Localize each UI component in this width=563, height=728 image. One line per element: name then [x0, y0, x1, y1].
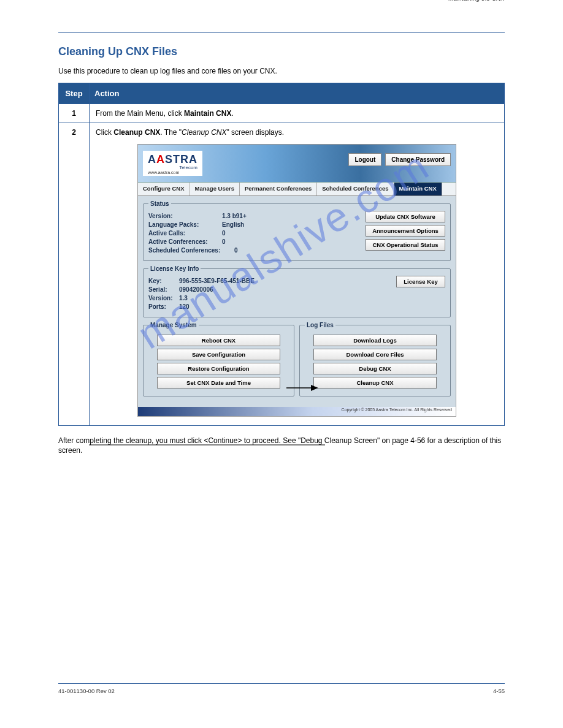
scheduled-conferences-label: Scheduled Conferences:	[148, 247, 234, 254]
step-number: 2	[59, 123, 90, 425]
license-version-label: Version:	[148, 295, 179, 301]
ss-footer: Copyright © 2005 Aastra Telecom Inc. All…	[138, 407, 456, 416]
version-value: 1.3 b91+	[222, 213, 247, 219]
serial-value: 0904200006	[179, 286, 213, 293]
active-conferences-label: Active Conferences:	[148, 238, 222, 245]
manage-system-legend: Manage System	[148, 322, 199, 328]
tab-permanent-conferences[interactable]: Permanent Conferences	[240, 183, 317, 195]
step-number: 1	[59, 104, 90, 123]
col-action: Action	[90, 83, 505, 104]
manage-system-fieldset: Manage System Reboot CNX Save Configurat…	[143, 322, 294, 396]
change-password-button[interactable]: Change Password	[385, 153, 451, 166]
intro-text: Use this procedure to clean up log files…	[58, 67, 505, 77]
section-title: Cleaning Up CNX Files	[58, 45, 505, 58]
license-legend: License Key Info	[148, 265, 201, 272]
tab-maintain-cnx[interactable]: Maintain CNX	[394, 183, 442, 195]
tab-scheduled-conferences[interactable]: Scheduled Conferences	[317, 183, 394, 195]
license-key-label: Key:	[148, 278, 179, 284]
debug-cnx-button[interactable]: Debug CNX	[313, 363, 437, 374]
col-step: Step	[59, 83, 90, 104]
status-fieldset: Status Update CNX Software Announcement …	[143, 200, 451, 261]
download-logs-button[interactable]: Download Logs	[313, 335, 437, 346]
log-files-fieldset: Log Files Download Logs Download Core Fi…	[299, 322, 451, 396]
active-calls-value: 0	[222, 230, 226, 237]
step-text: .	[231, 109, 233, 118]
active-conferences-value: 0	[222, 238, 226, 245]
ss-header: AASTRA Telecom www.aastra.com Logout Cha…	[138, 145, 456, 183]
brand-text: AASTRA	[148, 153, 197, 166]
table-row: 1 From the Main Menu, click Maintain CNX…	[59, 104, 505, 123]
procedure-table: Step Action 1 From the Main Menu, click …	[58, 83, 505, 426]
announcement-options-button[interactable]: Announcement Options	[366, 225, 445, 237]
after-table-text: After completing the cleanup, you must c…	[58, 436, 505, 455]
step-text: . The "	[160, 128, 182, 137]
step-bold: Cleanup CNX	[113, 128, 160, 137]
cleanup-cnx-button[interactable]: Cleanup CNX	[313, 377, 437, 389]
license-version-value: 1.3	[179, 295, 188, 301]
footer-rule	[58, 683, 505, 684]
step-text: From the Main Menu, click	[96, 109, 184, 118]
page-footer: 41-001130-00 Rev 02 4-55	[58, 683, 505, 694]
copyright-text: Copyright © 2005 Aastra Telecom Inc. All…	[341, 408, 452, 412]
download-core-files-button[interactable]: Download Core Files	[313, 349, 437, 360]
reboot-cnx-button[interactable]: Reboot CNX	[157, 335, 281, 346]
active-calls-label: Active Calls:	[148, 230, 222, 237]
step-text: Click	[96, 128, 113, 137]
screenshot: AASTRA Telecom www.aastra.com Logout Cha…	[137, 144, 456, 417]
license-fieldset: License Key Info License Key Key:996-555…	[143, 265, 451, 317]
table-row: 2 Click Cleanup CNX. The "Cleanup CNX" s…	[59, 123, 505, 425]
header-rule	[58, 32, 505, 33]
tab-bar: Configure CNX Manage Users Permanent Con…	[138, 183, 456, 196]
set-date-time-button[interactable]: Set CNX Date and Time	[157, 377, 281, 389]
scheduled-conferences-value: 0	[234, 247, 238, 254]
tab-manage-users[interactable]: Manage Users	[190, 183, 240, 195]
license-key-button[interactable]: License Key	[396, 276, 445, 287]
serial-label: Serial:	[148, 286, 179, 293]
version-label: Version:	[148, 213, 222, 219]
ports-label: Ports:	[148, 303, 179, 310]
brand-url: www.aastra.com	[148, 170, 197, 175]
step-text: " screen displays.	[226, 128, 284, 137]
log-files-legend: Log Files	[305, 322, 335, 328]
brand-logo: AASTRA Telecom www.aastra.com	[143, 151, 202, 176]
logout-button[interactable]: Logout	[348, 153, 381, 166]
update-cnx-software-button[interactable]: Update CNX Software	[366, 211, 445, 222]
language-packs-label: Language Packs:	[148, 221, 222, 228]
ss-body: Status Update CNX Software Announcement …	[138, 196, 456, 407]
cnx-operational-status-button[interactable]: CNX Operational Status	[366, 239, 445, 251]
footer-page-number: 4-55	[493, 688, 505, 694]
restore-configuration-button[interactable]: Restore Configuration	[157, 363, 281, 374]
running-header: Maintaining the CNX	[58, 0, 505, 2]
step-italic: Cleanup CNX	[182, 128, 226, 137]
language-packs-value: English	[222, 221, 244, 228]
step-bold: Maintain CNX	[184, 109, 231, 118]
save-configuration-button[interactable]: Save Configuration	[157, 349, 281, 360]
ports-value: 120	[179, 303, 190, 310]
status-legend: Status	[148, 200, 171, 207]
license-key-value: 996-555-3E9-F65-451-BBE	[179, 278, 255, 284]
tab-configure-cnx[interactable]: Configure CNX	[138, 183, 190, 195]
footer-doc-id: 41-001130-00 Rev 02	[58, 688, 115, 694]
